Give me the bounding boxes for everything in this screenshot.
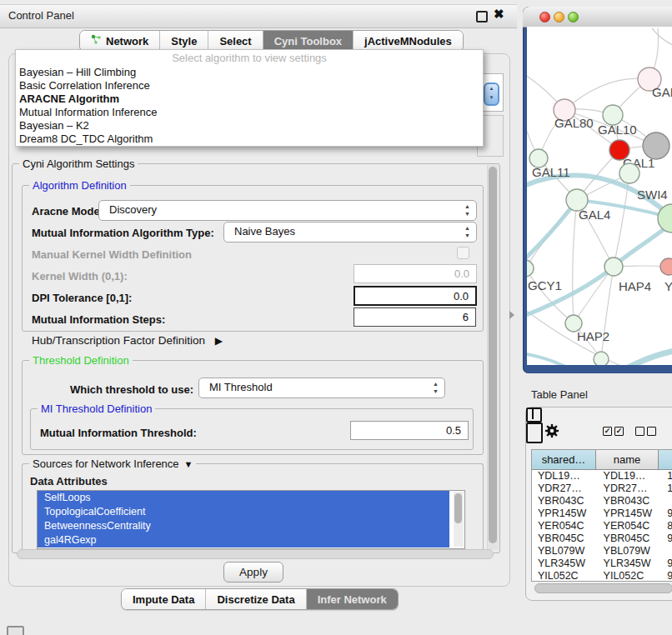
network-edge-highlighted[interactable] [601,350,672,365]
data-attributes-list[interactable]: SelfLoopsTopologicalCoefficientBetweenne… [37,490,465,549]
table-cell[interactable]: 9. [661,558,672,570]
algorithm-option[interactable]: Bayesian – K2 [16,119,483,132]
table-row[interactable]: YDR27…YDR27…12 [532,482,672,495]
network-node-hap4[interactable] [604,258,623,276]
expand-right-icon[interactable]: ▶ [215,335,223,347]
network-node-y[interactable] [660,258,672,275]
tab-select[interactable]: Select [208,31,262,51]
settings-scrollbar[interactable] [487,165,499,550]
table-cell[interactable]: YIL052C [532,570,598,581]
table-cell[interactable]: YIL052C [598,570,662,581]
new-table-icon[interactable] [526,422,543,443]
attribute-item-selected[interactable]: gal4RGexp [38,533,449,548]
table-cell[interactable]: YBR043C [598,495,662,508]
table-cell[interactable]: YDR27… [532,482,598,495]
tab-infer-network[interactable]: Infer Network [306,589,398,609]
table-cell[interactable]: YER054C [598,520,662,532]
table-cell[interactable]: YBR043C [532,495,598,508]
attributes-scrollbar[interactable] [454,492,464,547]
collapse-down-icon[interactable]: ▼ [184,459,193,469]
network-window-titlebar[interactable] [523,7,672,28]
checked-box-icon[interactable]: ✓ [614,427,624,436]
table-row[interactable]: YBR045CYBR045C9. [532,532,672,545]
which-threshold-combo[interactable]: MI Threshold ▲▼ [198,378,445,398]
gear-icon[interactable] [544,423,559,442]
attribute-item-selected[interactable]: SelfLoops [38,491,449,505]
algorithm-option[interactable]: Mutual Information Inference [16,106,483,119]
table-row[interactable]: YBL079WYBL079W [532,545,672,558]
table-cell[interactable]: YPR145W [598,508,662,520]
table-cell[interactable]: YDL19… [598,470,662,482]
settings-horizontal-scrollbar[interactable] [17,549,494,559]
minimized-panel-chip[interactable] [7,626,24,635]
table-row[interactable]: YPR145WYPR145W9. [532,508,672,520]
network-edge-highlighted[interactable] [527,353,595,365]
table-cell[interactable]: 9 [661,570,672,581]
algorithm-option[interactable]: Basic Correlation Inference [16,79,483,92]
column-header-name[interactable]: name [596,450,659,470]
table-cell[interactable]: YBL079W [532,545,598,558]
checked-box-icon[interactable]: ✓ [603,427,612,436]
table-cell[interactable]: YDL19… [532,470,598,482]
table-cell[interactable]: YLR345W [532,558,598,570]
kernel-width-field[interactable]: 0.0 [354,264,477,283]
algorithm-option[interactable]: ARACNE Algorithm [16,92,483,106]
network-edge[interactable] [564,78,649,110]
table-body[interactable]: YDL19…YDL19…13YDR27…YDR27…12YBR043CYBR04… [532,470,672,581]
network-canvas[interactable]: GALGAL80GAL10GAL1GAL11SWI4GAL4GCY1HAP4YH… [527,27,672,365]
aracne-mode-combo[interactable]: Discovery ▲▼ [98,200,477,221]
algorithm-option[interactable]: Dream8 DC_TDC Algorithm [16,132,483,146]
zoom-traffic-light-icon[interactable] [568,12,579,22]
splitter-expand-icon[interactable] [509,311,514,319]
network-edge-highlighted[interactable] [527,200,577,262]
float-window-icon[interactable] [476,11,488,22]
unchecked-box-icon[interactable] [647,427,656,436]
table-row[interactable]: YBR043CYBR043C [532,495,672,508]
combo-spinner-focused[interactable]: ▲▼ [484,82,499,106]
table-cell[interactable]: YLR345W [598,558,662,570]
table-row[interactable]: YLR345WYLR345W9. [532,558,672,570]
network-edge[interactable] [573,200,577,323]
mi-type-combo[interactable]: Naive Bayes ▲▼ [223,222,477,242]
table-cell[interactable]: YDR27… [598,482,662,495]
table-row[interactable]: YDL19…YDL19…13 [532,470,672,482]
algorithm-option[interactable]: Bayesian – Hill Climbing [16,66,483,79]
close-traffic-light-icon[interactable] [539,12,550,22]
minimize-traffic-light-icon[interactable] [554,12,564,22]
tab-style[interactable]: Style [159,31,208,51]
table-cell[interactable]: 9. [661,532,672,545]
table-horizontal-scrollbar[interactable] [534,583,672,593]
table-cell[interactable]: YBR045C [598,532,662,545]
apply-button[interactable]: Apply [223,562,283,582]
mi-steps-field[interactable]: 6 [354,308,476,327]
tab-cyni-toolbox[interactable]: Cyni Toolbox [263,31,353,51]
table-cell[interactable] [661,545,672,558]
column-header-shared-name[interactable]: shared… [532,450,596,470]
table-cell[interactable]: YER054C [532,520,598,532]
table-row[interactable]: YER054CYER054C8. [532,520,672,532]
table-cell[interactable]: 12 [661,482,672,495]
table-cell[interactable]: 8. [661,520,672,532]
table-cell[interactable]: YPR145W [532,508,598,520]
table-cell[interactable]: YBR045C [532,532,598,545]
table-cell[interactable]: 9. [661,508,672,520]
table-cell[interactable] [661,495,672,508]
network-view-window[interactable]: GALGAL80GAL10GAL1GAL11SWI4GAL4GCY1HAP4YH… [523,7,672,373]
table-row[interactable]: YIL052CYIL052C9 [532,570,672,581]
network-edge[interactable] [652,28,672,47]
split-columns-icon[interactable] [526,408,542,422]
network-node-swi4[interactable] [619,163,639,183]
tab-discretize-data[interactable]: Discretize Data [205,589,305,609]
dpi-tolerance-field[interactable]: 0.0 [354,286,477,306]
attribute-item-selected[interactable]: BetweennessCentrality [38,519,449,533]
attribute-item-selected[interactable]: TopologicalCoefficient [38,505,449,519]
unchecked-box-icon[interactable] [635,427,644,436]
table-cell[interactable]: YBL079W [598,545,662,558]
tab-jactivemnodules[interactable]: jActiveMNodules [353,31,463,51]
mi-threshold-field[interactable]: 0.5 [350,421,469,440]
table-cell[interactable]: 13 [661,470,672,482]
close-icon[interactable]: ✖ [494,7,504,22]
column-header-partial[interactable]: A [659,450,672,470]
settings-scrollbar-thumb[interactable] [489,167,497,543]
network-node[interactable] [594,352,609,365]
